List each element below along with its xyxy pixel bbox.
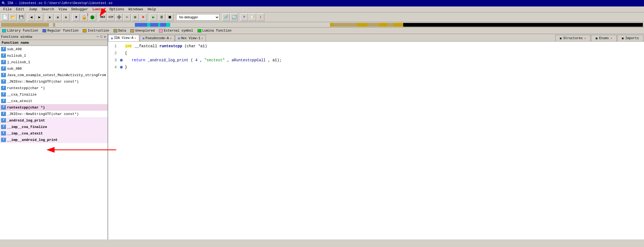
legend-unexplored: Unexplored bbox=[130, 29, 155, 33]
fn-name-11: _android_log_print bbox=[7, 119, 45, 123]
tab-ida-view-icon: ▣ bbox=[111, 36, 113, 40]
legend-data-color bbox=[114, 29, 117, 32]
fn-icon-11: f bbox=[1, 118, 6, 123]
functions-restore-icon[interactable]: □ bbox=[100, 35, 103, 39]
open-button[interactable]: 📂 bbox=[9, 13, 17, 21]
fn-item-14[interactable]: f __imp__android_log_print bbox=[0, 137, 108, 143]
segments2-button[interactable]: ▧ bbox=[54, 13, 62, 21]
legend-lumina-function: Lumina function bbox=[198, 29, 232, 33]
debugger-dropdown[interactable]: No debugger bbox=[176, 14, 219, 21]
fn-item-12[interactable]: f __imp__cxa_finalize bbox=[0, 124, 108, 130]
add-breakpoint-button[interactable]: ➕ bbox=[115, 13, 123, 21]
fn-name-9: runtestcpp(char *) bbox=[7, 106, 45, 110]
lumina-button[interactable]: 🔒 ! bbox=[81, 13, 88, 21]
fn-item-7[interactable]: f __cxa_finalize bbox=[0, 91, 108, 98]
code-view[interactable]: 1 int __fastcall runtestcpp (char *a1) 2… bbox=[108, 42, 644, 239]
fn-item-0[interactable]: f sub_498 bbox=[0, 46, 108, 52]
menu-jump[interactable]: Jump bbox=[26, 7, 39, 12]
code-content-1: int __fastcall runtestcpp (char *a1) bbox=[125, 44, 207, 48]
fn-name-0: sub_498 bbox=[7, 47, 22, 51]
attach-button[interactable]: 🔗 bbox=[222, 13, 230, 21]
tab-imports[interactable]: ▣ Imports bbox=[617, 35, 643, 41]
fn-name-6: runtestcpp(char *) bbox=[7, 86, 45, 90]
tab-hex-view-label: Hex View-1 bbox=[181, 36, 200, 40]
asm-button[interactable]: ASM bbox=[107, 13, 115, 21]
tab-structures-icon: ▣ bbox=[560, 36, 562, 40]
tab-enums-close[interactable]: ✕ bbox=[610, 37, 612, 40]
new-button[interactable]: 📄 bbox=[1, 13, 9, 21]
tab-enums-label: Enums bbox=[599, 36, 609, 40]
run-button[interactable]: ▶ bbox=[150, 13, 157, 21]
menu-debugger[interactable]: Debugger bbox=[69, 7, 90, 12]
tab-hex-view[interactable]: ▣ Hex View-1 ✕ bbox=[175, 35, 206, 41]
forward-button[interactable]: ▶ bbox=[36, 13, 43, 21]
save-button[interactable]: 💾 bbox=[17, 13, 25, 21]
code-line-2: 2 { bbox=[108, 50, 644, 57]
segments3-button[interactable]: ▤ bbox=[62, 13, 70, 21]
legend-bar: Library function Regular function Instru… bbox=[0, 28, 644, 34]
menu-file[interactable]: File bbox=[1, 7, 14, 12]
tab-ida-view[interactable]: ▣ IDA View-A ✕ bbox=[108, 35, 139, 41]
code-line-4: 4 } bbox=[108, 64, 644, 71]
back-button[interactable]: ◀ bbox=[28, 13, 35, 21]
fn-item-8[interactable]: f __cxa_atexit bbox=[0, 98, 108, 104]
functions-close-icon[interactable]: ✕ bbox=[104, 35, 106, 39]
tab-enums[interactable]: ▣ Enums ✕ bbox=[591, 35, 617, 41]
legend-unexplored-color bbox=[130, 29, 134, 32]
segments-button[interactable]: ▦ bbox=[46, 13, 54, 21]
menu-edit[interactable]: Edit bbox=[14, 7, 26, 12]
plugin1-button[interactable]: P bbox=[241, 13, 248, 21]
tab-imports-icon: ▣ bbox=[622, 36, 624, 40]
fn-item-10[interactable]: f _JNIEnv::NewStringUTF(char const*) bbox=[0, 111, 108, 117]
fn-item-9[interactable]: f runtestcpp(char *) bbox=[0, 104, 108, 111]
fn-name-8: __cxa_atexit bbox=[7, 99, 32, 103]
menu-view[interactable]: View bbox=[56, 7, 69, 12]
misc-button[interactable]: ⚙ bbox=[131, 13, 139, 21]
fn-item-3[interactable]: f sub_4B0 bbox=[0, 65, 108, 72]
menu-bar: File Edit Jump Search View Debugger Lumi… bbox=[0, 6, 644, 12]
goto-button[interactable]: ▼ bbox=[72, 13, 80, 21]
main-layout: Functions window — □ ✕ Function name f s… bbox=[0, 34, 644, 239]
green-circle-button[interactable]: ⬤ bbox=[89, 13, 96, 21]
tab-structures-close[interactable]: ✕ bbox=[584, 37, 586, 40]
fn-item-11[interactable]: f _android_log_print bbox=[0, 117, 108, 124]
remove-breakpoint-button[interactable]: ✂ bbox=[123, 13, 131, 21]
fn-item-13[interactable]: f __imp__cxa_atexit bbox=[0, 130, 108, 137]
menu-lumina[interactable]: Lumina bbox=[90, 7, 107, 12]
fn-item-5[interactable]: f _JNIEnv::NewStringUTF(char const*) bbox=[0, 78, 108, 85]
fn-col-header: Function name bbox=[0, 40, 108, 46]
tab-pseudocode[interactable]: ▣ Pseudocode-A ✕ bbox=[140, 35, 175, 41]
legend-unexplored-label: Unexplored bbox=[135, 29, 155, 33]
tab-pseudocode-close[interactable]: ✕ bbox=[170, 37, 172, 40]
menu-search[interactable]: Search bbox=[39, 7, 56, 12]
detach-button[interactable]: 🔄 bbox=[230, 13, 238, 21]
app-icon: 🔍 bbox=[2, 1, 6, 5]
legend-library-function: Library function bbox=[2, 29, 38, 33]
menu-help[interactable]: Help bbox=[145, 7, 158, 12]
legend-instruction-label: Instruction bbox=[88, 29, 109, 33]
fn-item-2[interactable]: f j_nullsub_1 bbox=[0, 59, 108, 65]
plugin3-button[interactable]: ❗ bbox=[257, 13, 264, 21]
menu-windows[interactable]: Windows bbox=[126, 7, 146, 12]
breakpoint-dot-4 bbox=[120, 66, 123, 69]
functions-minimize-icon[interactable]: — bbox=[96, 35, 99, 39]
plugin2-button[interactable]: 📝 bbox=[249, 13, 256, 21]
tab-hex-view-close[interactable]: ✕ bbox=[201, 37, 203, 40]
keyword-return: return bbox=[132, 58, 145, 62]
legend-external-color bbox=[159, 29, 163, 32]
stop-button[interactable]: ✖ bbox=[139, 13, 147, 21]
fn-list[interactable]: f sub_498 f nullsub_1 f j_nullsub_1 f su… bbox=[0, 46, 108, 239]
fn-item-4[interactable]: f Java_com_example_sotest_MainActivity_s… bbox=[0, 72, 108, 78]
menu-options[interactable]: Options bbox=[107, 7, 126, 12]
fn-icon-1: f bbox=[1, 53, 6, 58]
tab-pseudocode-label: Pseudocode-A bbox=[145, 36, 169, 40]
hex-button[interactable]: HEX bbox=[99, 13, 106, 21]
stop-dbg-button[interactable]: ⏹ bbox=[166, 13, 173, 21]
fn-item-1[interactable]: f nullsub_1 bbox=[0, 52, 108, 59]
nav-segments[interactable] bbox=[1, 23, 643, 27]
nav-bar bbox=[0, 22, 644, 28]
fn-item-6[interactable]: f runtestcpp(char *) bbox=[0, 85, 108, 91]
tab-structures[interactable]: ▣ Structures ✕ bbox=[555, 35, 591, 41]
pause-button[interactable]: ⏸ bbox=[158, 13, 165, 21]
tab-ida-view-close[interactable]: ✕ bbox=[135, 36, 136, 40]
